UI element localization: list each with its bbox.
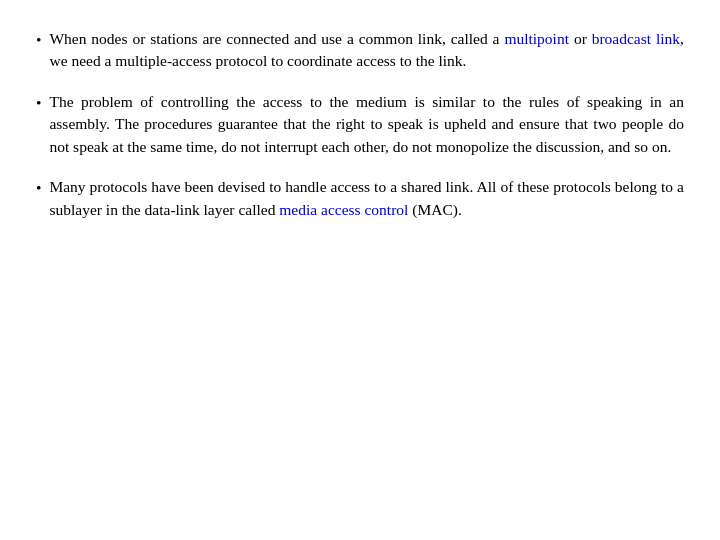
item-text-1: When nodes or stations are connected and…: [49, 28, 684, 73]
list-item-2: • The problem of controlling the access …: [36, 91, 684, 158]
list-item-3: • Many protocols have been devised to ha…: [36, 176, 684, 221]
text-segment-1-1: When nodes or stations are connected and…: [49, 30, 504, 47]
main-content: • When nodes or stations are connected a…: [0, 0, 720, 249]
item-text-3: Many protocols have been devised to hand…: [49, 176, 684, 221]
link-mac[interactable]: media access control: [279, 201, 408, 218]
link-broadcast[interactable]: broadcast link: [592, 30, 680, 47]
list-item-1: • When nodes or stations are connected a…: [36, 28, 684, 73]
text-segment-3-2: (MAC).: [408, 201, 461, 218]
text-segment-2-1: The problem of controlling the access to…: [49, 93, 684, 155]
bullet-symbol-1: •: [36, 29, 41, 51]
item-text-2: The problem of controlling the access to…: [49, 91, 684, 158]
bullet-list: • When nodes or stations are connected a…: [36, 28, 684, 221]
bullet-symbol-3: •: [36, 177, 41, 199]
text-segment-1-2: or: [569, 30, 592, 47]
link-multipoint[interactable]: multipoint: [504, 30, 569, 47]
bullet-symbol-2: •: [36, 92, 41, 114]
